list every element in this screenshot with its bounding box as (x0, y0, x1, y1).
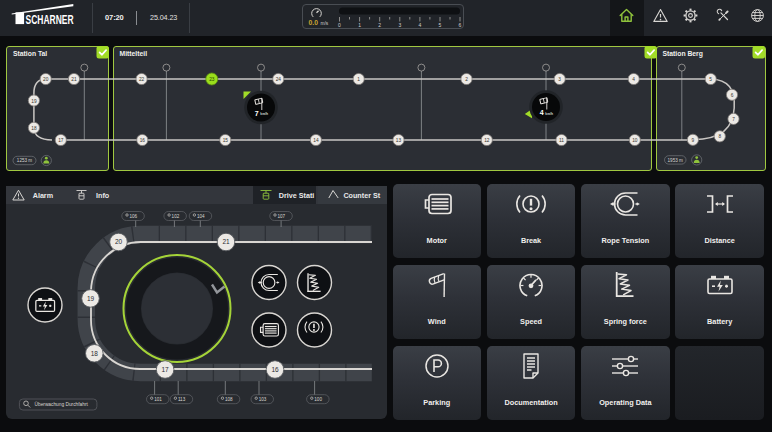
svg-text:107: 107 (278, 214, 286, 219)
svg-text:18: 18 (31, 126, 37, 131)
svg-text:15: 15 (223, 138, 229, 143)
svg-text:13: 13 (396, 138, 402, 143)
svg-text:113: 113 (178, 397, 186, 402)
svg-text:104: 104 (197, 214, 205, 219)
svg-text:3: 3 (558, 77, 561, 82)
svg-text:100: 100 (314, 397, 322, 402)
svg-text:101: 101 (154, 397, 162, 402)
svg-text:8: 8 (718, 134, 721, 139)
svg-text:106: 106 (130, 214, 138, 219)
svg-text:23: 23 (209, 77, 215, 82)
svg-text:22: 22 (139, 77, 145, 82)
svg-text:11: 11 (559, 138, 564, 143)
svg-text:10: 10 (632, 138, 638, 143)
svg-text:17: 17 (161, 366, 169, 373)
svg-text:103: 103 (259, 397, 267, 402)
svg-text:12: 12 (484, 138, 490, 143)
svg-text:4: 4 (540, 109, 544, 116)
svg-text:20: 20 (43, 77, 49, 82)
svg-text:1253 m: 1253 m (17, 158, 32, 163)
svg-text:18: 18 (91, 350, 99, 357)
svg-text:108: 108 (225, 397, 233, 402)
svg-text:21: 21 (222, 238, 230, 245)
svg-text:Überwachung Durchfahrt: Überwachung Durchfahrt (35, 401, 89, 407)
svg-text:4: 4 (632, 77, 635, 82)
svg-text:19: 19 (87, 295, 95, 302)
svg-text:5: 5 (709, 77, 712, 82)
svg-text:14: 14 (313, 138, 319, 143)
svg-text:6: 6 (731, 93, 734, 98)
svg-text:20: 20 (115, 238, 123, 245)
svg-text:7: 7 (732, 117, 735, 122)
svg-text:16: 16 (140, 138, 146, 143)
svg-text:9: 9 (692, 138, 695, 143)
svg-text:km/h: km/h (260, 112, 268, 116)
svg-text:17: 17 (58, 138, 64, 143)
svg-text:7: 7 (255, 110, 259, 117)
svg-text:1953 m: 1953 m (668, 158, 683, 163)
svg-text:19: 19 (31, 99, 37, 104)
svg-text:1: 1 (357, 77, 360, 82)
svg-text:2: 2 (465, 77, 468, 82)
svg-text:102: 102 (172, 214, 180, 219)
svg-text:16: 16 (271, 366, 279, 373)
svg-text:21: 21 (71, 77, 77, 82)
svg-text:24: 24 (276, 77, 282, 82)
svg-text:km/h: km/h (545, 112, 553, 116)
